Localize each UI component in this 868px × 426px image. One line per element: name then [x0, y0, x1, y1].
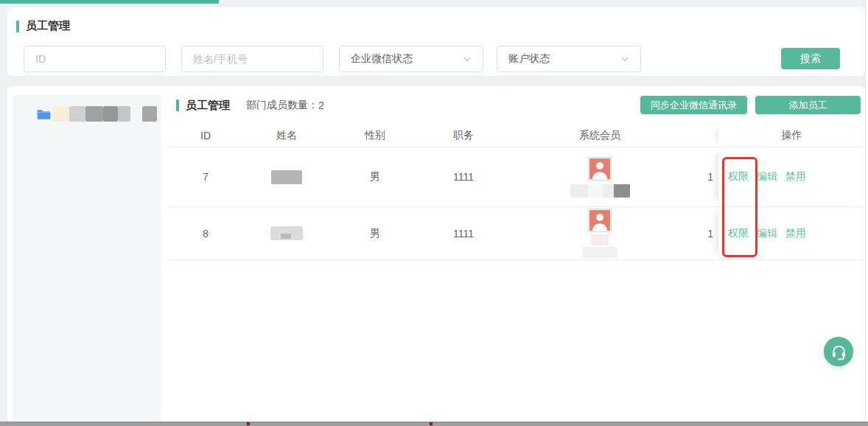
cell-id: 8: [169, 207, 242, 259]
redacted-text-block: [53, 106, 69, 122]
table-title: 员工管理: [186, 99, 230, 113]
disable-link[interactable]: 禁用: [785, 170, 806, 184]
add-employee-button[interactable]: 添加员工: [755, 96, 861, 114]
annotation-fragment: [247, 422, 250, 425]
wechat-status-value: 企业微信状态: [351, 52, 413, 66]
filter-row: 企业微信状态 账户状态: [24, 46, 654, 72]
dept-count-label: 部门成员数量：: [246, 99, 318, 112]
id-input[interactable]: [24, 46, 166, 72]
avatar-person-icon: [589, 210, 610, 231]
redacted-name-block: [271, 170, 302, 184]
horizontal-scrollbar[interactable]: [0, 422, 868, 426]
cell-actions: 权限 编辑 禁用: [718, 207, 865, 259]
disable-link[interactable]: 禁用: [785, 227, 806, 240]
member-avatar[interactable]: [588, 209, 612, 232]
member-box: [582, 209, 617, 258]
dept-count-value: 2: [318, 99, 324, 111]
search-button[interactable]: 搜索: [781, 48, 840, 69]
edit-link[interactable]: 编辑: [757, 170, 777, 184]
cell-position: 1111: [419, 207, 508, 259]
cell-id: 7: [169, 147, 242, 206]
filter-panel: 员工管理 企业微信状态 账户状态 搜索: [7, 7, 865, 76]
member-box: [570, 157, 630, 198]
annotation-fragment: [430, 422, 433, 425]
employee-table: ID 姓名 性别 职务 系统会员 操作 7 男 1111: [169, 124, 865, 260]
cell-member: [508, 207, 692, 259]
redacted-name-block: [270, 226, 303, 240]
page-title: 员工管理: [26, 19, 70, 33]
redacted-text-block: [69, 106, 85, 122]
cell-clipped-text: 1: [692, 147, 718, 206]
column-header-position: 职务: [419, 124, 508, 147]
redacted-text-block: [103, 106, 118, 122]
table-header-row: ID 姓名 性别 职务 系统会员 操作: [169, 124, 865, 147]
cell-actions: 权限 编辑 禁用: [718, 147, 865, 206]
department-tree-item[interactable]: [13, 95, 161, 122]
redacted-member-name: [582, 234, 617, 258]
permission-link[interactable]: 权限: [728, 170, 749, 184]
redacted-text-block: [85, 106, 103, 122]
account-status-value: 账户状态: [508, 52, 550, 66]
redacted-text-block: [118, 106, 130, 122]
permission-link[interactable]: 权限: [728, 227, 749, 240]
table-actions: 同步企业微信通讯录 添加员工: [632, 96, 861, 114]
column-header-clipped: [692, 124, 718, 147]
cell-name: [242, 147, 331, 206]
headset-icon: [830, 343, 847, 360]
title-accent-bar: [16, 21, 19, 32]
cell-clipped-text: 1: [692, 207, 718, 259]
column-header-gender: 性别: [331, 124, 419, 147]
cell-member: [508, 147, 692, 206]
column-header-member: 系统会员: [508, 124, 692, 147]
cell-gender: 男: [331, 147, 419, 206]
avatar-person-icon: [589, 158, 610, 179]
redacted-member-name: [570, 184, 630, 198]
vertical-scrollbar-track[interactable]: [865, 0, 868, 426]
column-header-name: 姓名: [242, 124, 331, 147]
column-header-ops: 操作: [718, 124, 865, 147]
employee-panel: 员工管理 部门成员数量： 2 同步企业微信通讯录 添加员工 ID 姓名 性别 职…: [7, 86, 865, 426]
chevron-down-icon: [463, 55, 472, 63]
column-header-id: ID: [169, 124, 242, 147]
name-phone-input[interactable]: [181, 46, 323, 72]
panel-title-row: 员工管理: [7, 7, 865, 33]
folder-icon: [37, 108, 51, 120]
department-sidebar: [13, 95, 161, 422]
chevron-down-icon: [620, 55, 629, 63]
sync-wechat-contacts-button[interactable]: 同步企业微信通讯录: [640, 96, 747, 114]
table-row: 8 男 1111: [169, 207, 865, 260]
title-accent-bar: [176, 99, 179, 111]
cell-position: 1111: [419, 147, 508, 206]
edit-link[interactable]: 编辑: [757, 227, 777, 240]
wechat-status-select[interactable]: 企业微信状态: [339, 46, 483, 72]
loading-progress-bar: [0, 0, 219, 4]
redacted-text-block: [142, 106, 157, 122]
customer-service-button[interactable]: [824, 337, 853, 366]
cell-name: [242, 207, 331, 259]
cell-gender: 男: [331, 207, 419, 259]
table-header-bar: 员工管理 部门成员数量： 2 同步企业微信通讯录 添加员工: [169, 96, 865, 115]
table-row: 7 男 1111: [169, 147, 865, 207]
account-status-select[interactable]: 账户状态: [497, 46, 641, 72]
member-avatar[interactable]: [588, 157, 612, 181]
